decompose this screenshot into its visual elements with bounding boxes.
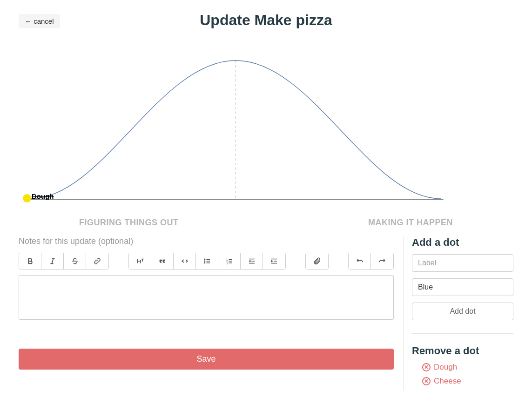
- add-dot-title: Add a dot: [412, 236, 513, 249]
- italic-button[interactable]: [41, 253, 64, 269]
- indent-button[interactable]: [263, 253, 285, 269]
- notes-label: Notes for this update (optional): [19, 236, 394, 246]
- quote-icon: [158, 257, 167, 265]
- remove-dot-title: Remove a dot: [412, 345, 513, 357]
- notes-editor[interactable]: [19, 275, 394, 320]
- dot-label: Dough: [32, 192, 54, 200]
- bold-icon: [26, 257, 34, 265]
- bullets-icon: [203, 257, 211, 265]
- editor-toolbar: 123: [19, 253, 394, 270]
- dot-marker[interactable]: [23, 194, 31, 202]
- quote-button[interactable]: [151, 253, 174, 269]
- undo-button[interactable]: [349, 253, 371, 269]
- code-button[interactable]: [174, 253, 196, 269]
- remove-icon: ✕: [422, 377, 431, 385]
- paperclip-icon: [313, 257, 321, 265]
- svg-line-2: [52, 259, 53, 264]
- divider: [412, 333, 513, 334]
- save-button[interactable]: Save: [19, 349, 394, 370]
- phase-right-label: MAKING IT HAPPEN: [368, 218, 453, 228]
- dot-label-input[interactable]: [412, 254, 513, 272]
- numbers-icon: 123: [225, 257, 234, 265]
- bullets-button[interactable]: [196, 253, 218, 269]
- add-dot-button[interactable]: Add dot: [412, 303, 513, 320]
- svg-point-6: [204, 263, 205, 263]
- outdent-icon: [248, 257, 256, 265]
- attach-button[interactable]: [306, 253, 328, 269]
- remove-icon: ✕: [422, 363, 431, 371]
- phase-left-label: FIGURING THINGS OUT: [79, 218, 179, 228]
- bold-button[interactable]: [19, 253, 41, 269]
- italic-icon: [48, 257, 57, 265]
- strike-button[interactable]: [64, 253, 86, 269]
- undo-icon: [356, 257, 364, 265]
- dot-label-stack: Dough: [32, 193, 54, 200]
- code-icon: [181, 257, 189, 265]
- svg-point-5: [204, 261, 205, 262]
- remove-dot-label: Cheese: [434, 377, 461, 386]
- link-icon: [93, 257, 101, 265]
- strike-icon: [71, 257, 79, 265]
- numbers-button[interactable]: 123: [218, 253, 241, 269]
- remove-dot-item[interactable]: ✕ Cheese: [422, 377, 513, 386]
- svg-text:3: 3: [226, 262, 228, 265]
- heading-icon: [136, 257, 144, 265]
- indent-icon: [270, 257, 278, 265]
- redo-icon: [378, 257, 386, 265]
- svg-point-4: [204, 259, 205, 260]
- heading-button[interactable]: [129, 253, 151, 269]
- dot-color-select[interactable]: [412, 278, 513, 296]
- redo-button[interactable]: [371, 253, 393, 269]
- cancel-button[interactable]: ← cancel: [19, 14, 60, 28]
- hill-chart[interactable]: Dough FIGURING THINGS OUT MAKING IT HAPP…: [19, 50, 513, 218]
- remove-dot-label: Dough: [434, 363, 457, 372]
- page-title: Update Make pizza: [19, 12, 513, 29]
- outdent-button[interactable]: [241, 253, 263, 269]
- remove-dot-item[interactable]: ✕ Dough: [422, 363, 513, 372]
- link-button[interactable]: [86, 253, 108, 269]
